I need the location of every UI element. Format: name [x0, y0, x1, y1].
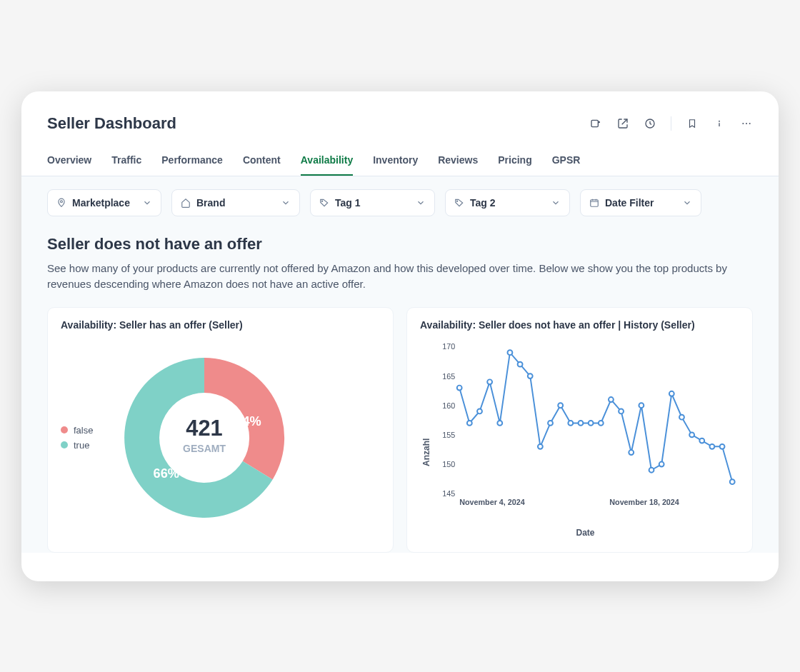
swatch-icon [61, 441, 68, 448]
svg-point-22 [518, 361, 523, 366]
chevron-down-icon [551, 198, 561, 208]
filter-label: Date Filter [605, 197, 654, 209]
svg-point-41 [709, 443, 714, 448]
donut-pct-true: 66% [154, 466, 179, 481]
line-chart-card: Availability: Seller does not have an of… [406, 307, 753, 553]
tab-inventory[interactable]: Inventory [373, 147, 418, 176]
svg-point-5 [749, 123, 751, 124]
tabs: Overview Traffic Performance Content Ava… [21, 147, 779, 176]
svg-rect-9 [591, 199, 599, 206]
section-description: See how many of your products are curren… [47, 261, 753, 293]
refresh-icon[interactable] [589, 117, 602, 130]
tab-performance[interactable]: Performance [161, 147, 223, 176]
svg-point-4 [746, 123, 747, 124]
svg-point-17 [467, 420, 472, 425]
svg-point-40 [699, 438, 704, 443]
svg-point-42 [720, 443, 725, 448]
tag-icon [319, 198, 329, 208]
tab-pricing[interactable]: Pricing [498, 147, 531, 176]
svg-point-39 [689, 432, 694, 437]
filter-label: Brand [196, 197, 225, 209]
tab-content[interactable]: Content [243, 147, 281, 176]
filter-marketplace[interactable]: Marketplace [47, 189, 161, 216]
section-title: Seller does not have an offer [47, 235, 753, 254]
svg-point-18 [477, 408, 482, 413]
svg-point-23 [528, 373, 533, 378]
svg-point-19 [487, 379, 492, 384]
svg-point-20 [497, 420, 502, 425]
clock-icon[interactable] [644, 117, 656, 130]
chart-title: Availability: Seller does not have an of… [420, 319, 739, 331]
legend-label: false [74, 425, 93, 436]
calendar-icon [589, 198, 599, 208]
svg-text:November 18, 2024: November 18, 2024 [609, 497, 679, 506]
svg-rect-0 [591, 120, 598, 126]
chevron-down-icon [142, 198, 152, 208]
filter-tag2[interactable]: Tag 2 [445, 189, 570, 216]
legend-item-true: true [61, 440, 93, 451]
tab-overview[interactable]: Overview [47, 147, 91, 176]
info-icon[interactable] [713, 117, 726, 130]
legend-item-false: false [61, 425, 93, 436]
filter-label: Tag 2 [470, 197, 496, 209]
svg-point-3 [742, 123, 744, 124]
header: Seller Dashboard [21, 114, 779, 147]
svg-point-29 [589, 420, 594, 425]
svg-point-31 [609, 397, 614, 402]
svg-point-32 [619, 408, 624, 413]
svg-point-21 [507, 350, 512, 355]
svg-text:170: 170 [442, 342, 455, 351]
divider [671, 116, 671, 131]
svg-text:November 4, 2024: November 4, 2024 [459, 497, 525, 506]
svg-point-37 [669, 391, 674, 396]
pin-icon [56, 198, 66, 208]
svg-point-2 [719, 121, 720, 121]
tab-gpsr[interactable]: GPSR [552, 147, 581, 176]
chevron-down-icon [682, 198, 692, 208]
tab-traffic[interactable]: Traffic [111, 147, 141, 176]
svg-point-43 [730, 479, 735, 484]
tab-availability[interactable]: Availability [301, 147, 353, 176]
svg-text:155: 155 [442, 430, 455, 438]
donut-center-value: 421 [186, 416, 223, 441]
filter-label: Marketplace [72, 197, 130, 209]
swatch-icon [61, 426, 68, 433]
svg-point-6 [61, 200, 63, 202]
svg-text:145: 145 [442, 489, 455, 498]
content-area: Seller does not have an offer See how ma… [21, 229, 779, 553]
svg-text:160: 160 [442, 401, 455, 409]
bookmark-icon[interactable] [686, 117, 699, 130]
page-title: Seller Dashboard [47, 114, 176, 133]
chevron-down-icon [416, 198, 426, 208]
filters-bar: Marketplace Brand Tag 1 Tag 2 Date Filte… [21, 176, 779, 229]
legend-label: true [74, 440, 89, 451]
dashboard-card: Seller Dashboard Overview Traf [21, 91, 779, 581]
svg-text:150: 150 [442, 459, 455, 468]
charts-row: Availability: Seller has an offer (Selle… [47, 307, 753, 553]
filter-brand[interactable]: Brand [171, 189, 300, 216]
svg-point-34 [639, 403, 644, 408]
filter-label: Tag 1 [335, 197, 361, 209]
chart-title: Availability: Seller has an offer (Selle… [61, 319, 380, 331]
chevron-down-icon [281, 198, 291, 208]
svg-point-36 [659, 461, 664, 466]
svg-point-35 [649, 467, 654, 472]
svg-point-38 [679, 414, 684, 419]
filter-tag1[interactable]: Tag 1 [310, 189, 435, 216]
svg-point-16 [457, 385, 462, 390]
svg-point-27 [568, 420, 573, 425]
line-chart: 145150155160165170November 4, 2024Novemb… [431, 338, 739, 523]
filter-date[interactable]: Date Filter [580, 189, 701, 216]
svg-point-8 [457, 201, 458, 201]
donut-center-label: GESAMT [184, 442, 226, 453]
y-axis-label: Anzahl [420, 338, 431, 538]
tab-reviews[interactable]: Reviews [438, 147, 478, 176]
tag-icon [181, 198, 191, 208]
more-icon[interactable] [740, 117, 753, 130]
svg-point-30 [599, 420, 604, 425]
svg-point-7 [322, 201, 323, 201]
x-axis-label: Date [431, 528, 739, 538]
svg-point-33 [629, 450, 634, 455]
export-icon[interactable] [616, 117, 629, 130]
svg-point-25 [548, 420, 553, 425]
